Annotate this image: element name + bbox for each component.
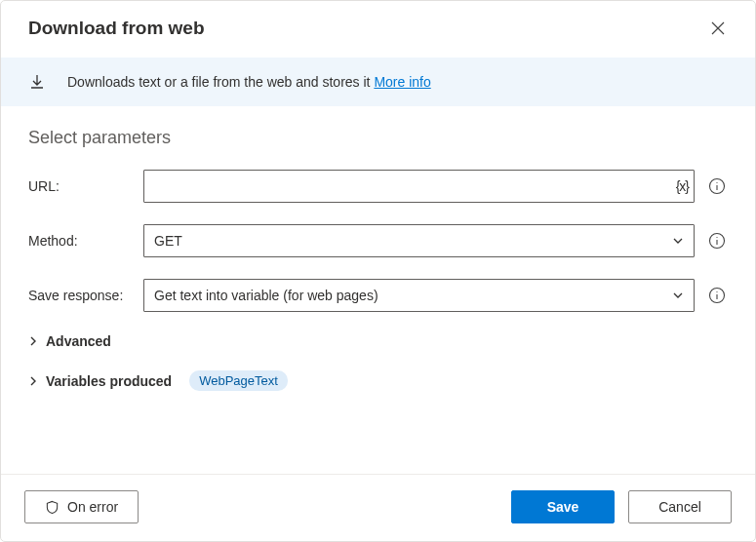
save-response-field-row: Save response: Get text into variable (f… (28, 279, 728, 312)
info-banner: Downloads text or a file from the web an… (1, 58, 755, 106)
dialog-footer: On error Save Cancel (1, 474, 755, 541)
save-response-select-wrapper: Get text into variable (for web pages) (143, 279, 695, 312)
method-label: Method: (28, 233, 138, 249)
url-input-wrapper: {x} (143, 170, 695, 203)
variable-picker-button[interactable]: {x} (676, 178, 689, 194)
advanced-expander[interactable]: Advanced (28, 333, 728, 349)
close-icon (711, 21, 725, 35)
dialog-header: Download from web (1, 1, 755, 52)
advanced-label: Advanced (46, 333, 111, 349)
more-info-link[interactable]: More info (374, 74, 430, 90)
save-response-info-button[interactable] (706, 285, 728, 306)
url-label: URL: (28, 178, 138, 194)
svg-point-3 (716, 237, 717, 238)
shield-icon (45, 500, 60, 515)
url-field-row: URL: {x} (28, 170, 728, 203)
section-title: Select parameters (28, 128, 728, 148)
close-button[interactable] (704, 15, 732, 42)
dialog-body: Select parameters URL: {x} Method: GET (1, 106, 755, 474)
footer-right-buttons: Save Cancel (511, 490, 732, 523)
on-error-label: On error (67, 499, 118, 515)
on-error-button[interactable]: On error (24, 490, 139, 523)
cancel-button[interactable]: Cancel (628, 490, 732, 523)
download-from-web-dialog: Download from web Downloads text or a fi… (0, 0, 756, 542)
method-field-row: Method: GET (28, 224, 728, 257)
save-button[interactable]: Save (511, 490, 615, 523)
dialog-title: Download from web (28, 18, 205, 39)
svg-point-5 (716, 291, 717, 292)
method-value: GET (154, 233, 182, 249)
info-icon (708, 232, 726, 250)
method-select[interactable]: GET (143, 224, 695, 257)
save-response-value: Get text into variable (for web pages) (154, 288, 378, 303)
banner-text: Downloads text or a file from the web an… (67, 74, 431, 90)
download-icon (28, 73, 46, 91)
method-select-wrapper: GET (143, 224, 695, 257)
svg-point-1 (716, 182, 717, 183)
info-icon (708, 287, 726, 304)
variable-chip[interactable]: WebPageText (189, 370, 288, 391)
save-response-select[interactable]: Get text into variable (for web pages) (143, 279, 695, 312)
chevron-down-icon (672, 290, 684, 301)
url-input[interactable] (143, 170, 695, 203)
info-icon (708, 177, 726, 195)
variables-produced-label: Variables produced (46, 373, 172, 389)
url-info-button[interactable] (706, 175, 728, 197)
chevron-right-icon (28, 376, 38, 386)
save-response-label: Save response: (28, 288, 138, 303)
chevron-down-icon (672, 235, 684, 247)
variables-produced-expander[interactable]: Variables produced WebPageText (28, 370, 728, 391)
chevron-right-icon (28, 336, 38, 346)
banner-text-content: Downloads text or a file from the web an… (67, 74, 374, 90)
method-info-button[interactable] (706, 230, 728, 252)
